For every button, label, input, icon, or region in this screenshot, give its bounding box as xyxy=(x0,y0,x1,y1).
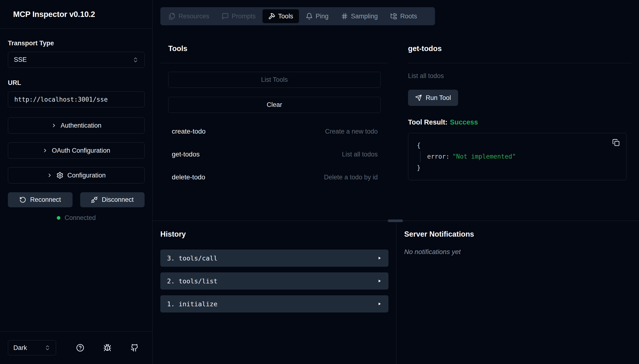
history-item-tools-list[interactable]: 2. tools/list xyxy=(160,272,388,290)
selected-tool-title: get-todos xyxy=(408,44,631,53)
disconnect-button[interactable]: Disconnect xyxy=(80,192,145,207)
authentication-label: Authentication xyxy=(60,122,102,129)
authentication-toggle[interactable]: Authentication xyxy=(8,117,144,134)
chevrons-up-down-icon xyxy=(132,57,139,63)
main-top-pane: Resources Prompts Tools Ping Sampling xyxy=(153,0,639,221)
history-item-initialize[interactable]: 1. initialize xyxy=(160,295,388,312)
tool-result-status: Success xyxy=(450,118,478,126)
tool-detail-panel: get-todos List all todos Run Tool Tool R… xyxy=(396,25,639,221)
oauth-configuration-toggle[interactable]: OAuth Configuration xyxy=(8,142,144,158)
app-root: MCP Inspector v0.10.2 Transport Type SSE… xyxy=(0,0,639,364)
expand-play-icon xyxy=(377,302,382,306)
tool-row-delete-todo[interactable]: delete-todo Delete a todo by id xyxy=(160,166,388,189)
status-text: Connected xyxy=(65,214,96,222)
app-title: MCP Inspector v0.10.2 xyxy=(13,10,95,19)
history-panel: History 3. tools/call 2. tools/list 1. i… xyxy=(153,221,396,364)
run-tool-button[interactable]: Run Tool xyxy=(408,90,458,106)
tab-bar: Resources Prompts Tools Ping Sampling xyxy=(160,7,435,25)
url-input[interactable] xyxy=(8,91,144,107)
tab-label: Roots xyxy=(400,13,417,20)
tool-description: List all todos xyxy=(342,151,378,158)
transport-type-value: SSE xyxy=(14,56,27,64)
url-label: URL xyxy=(8,79,144,86)
tab-label: Resources xyxy=(178,13,209,20)
hammer-icon xyxy=(268,13,275,20)
sidebar: MCP Inspector v0.10.2 Transport Type SSE… xyxy=(0,0,153,364)
tool-row-get-todos[interactable]: get-todos List all todos xyxy=(160,143,388,166)
hash-icon xyxy=(341,13,348,20)
json-close-brace: } xyxy=(417,162,618,174)
chevron-right-icon xyxy=(51,122,57,128)
divider xyxy=(408,63,631,63)
theme-value: Dark xyxy=(13,344,27,352)
sidebar-header: MCP Inspector v0.10.2 xyxy=(0,0,152,28)
splitter-handle[interactable] xyxy=(388,220,403,222)
tool-name: get-todos xyxy=(172,150,200,158)
folder-tree-icon xyxy=(390,13,397,20)
reconnect-label: Reconnect xyxy=(30,196,61,204)
disconnect-label: Disconnect xyxy=(102,196,134,204)
reconnect-button[interactable]: Reconnect xyxy=(8,192,72,207)
tools-panel: Tools List Tools Clear create-todo Creat… xyxy=(153,25,396,221)
tab-prompts[interactable]: Prompts xyxy=(216,9,262,23)
sidebar-footer: Dark xyxy=(0,331,152,364)
gear-icon xyxy=(56,172,64,179)
tab-tools[interactable]: Tools xyxy=(262,9,299,23)
tool-row-create-todo[interactable]: create-todo Create a new todo xyxy=(160,120,388,143)
github-icon[interactable] xyxy=(130,344,139,352)
server-notifications-panel: Server Notifications No notifications ye… xyxy=(396,221,639,364)
divider xyxy=(160,63,388,63)
copy-icon xyxy=(612,139,620,146)
configuration-label: Configuration xyxy=(67,172,106,179)
history-item-tools-call[interactable]: 3. tools/call xyxy=(160,250,388,267)
tab-ping[interactable]: Ping xyxy=(300,9,334,23)
theme-select[interactable]: Dark xyxy=(8,340,56,356)
transport-type-label: Transport Type xyxy=(8,40,144,47)
tool-result-line: Tool Result:Success xyxy=(408,118,631,126)
history-item-label: 2. tools/list xyxy=(167,278,217,285)
expand-play-icon xyxy=(377,256,382,260)
unplug-icon xyxy=(91,196,98,203)
oauth-configuration-label: OAuth Configuration xyxy=(52,147,110,154)
tools-panel-title: Tools xyxy=(168,44,388,53)
connection-buttons: Reconnect Disconnect xyxy=(8,192,144,207)
bell-icon xyxy=(306,13,313,20)
sidebar-content: Transport Type SSE URL Authentication OA… xyxy=(0,28,152,331)
tool-list: create-todo Create a new todo get-todos … xyxy=(160,120,388,189)
tab-label: Prompts xyxy=(232,13,256,20)
copy-button[interactable] xyxy=(612,139,620,146)
tool-description: Delete a todo by id xyxy=(324,174,378,181)
clear-button[interactable]: Clear xyxy=(168,97,380,113)
selected-tool-description: List all todos xyxy=(408,72,631,80)
tools-columns: Tools List Tools Clear create-todo Creat… xyxy=(153,25,639,221)
files-icon xyxy=(168,13,176,20)
tab-roots[interactable]: Roots xyxy=(384,9,423,23)
list-tools-button[interactable]: List Tools xyxy=(168,72,380,88)
tool-description: Create a new todo xyxy=(325,128,378,135)
main-bottom-pane: History 3. tools/call 2. tools/list 1. i… xyxy=(153,221,639,364)
footer-icons xyxy=(76,344,139,352)
notifications-empty-text: No notifications yet xyxy=(404,248,639,256)
tab-label: Sampling xyxy=(351,13,378,20)
chevron-right-icon xyxy=(42,148,48,154)
transport-type-select[interactable]: SSE xyxy=(8,52,144,68)
history-list: 3. tools/call 2. tools/list 1. initializ… xyxy=(160,250,388,312)
connection-status: Connected xyxy=(8,214,144,222)
history-item-label: 3. tools/call xyxy=(167,254,217,262)
tab-sampling[interactable]: Sampling xyxy=(335,9,384,23)
send-icon xyxy=(415,94,422,101)
expand-play-icon xyxy=(377,278,382,284)
bug-icon[interactable] xyxy=(103,344,112,352)
server-notifications-title: Server Notifications xyxy=(404,230,639,238)
json-key: error: xyxy=(427,153,450,160)
json-error-line: error:"Not implemented" xyxy=(420,151,618,162)
configuration-toggle[interactable]: Configuration xyxy=(8,167,144,184)
chevron-right-icon xyxy=(47,172,52,178)
tab-label: Tools xyxy=(278,13,293,20)
tab-resources[interactable]: Resources xyxy=(163,9,215,23)
run-tool-label: Run Tool xyxy=(426,94,451,102)
tool-result-label: Tool Result: xyxy=(408,118,448,126)
history-item-label: 1. initialize xyxy=(167,300,217,308)
tool-name: create-todo xyxy=(172,128,206,135)
help-circle-icon[interactable] xyxy=(76,344,84,352)
